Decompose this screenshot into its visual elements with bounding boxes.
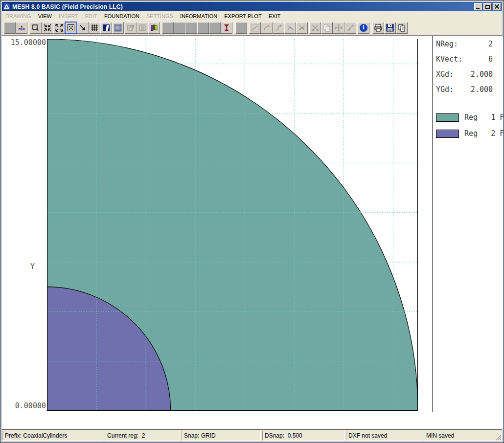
- draw-tool-4-button: [284, 22, 296, 34]
- y-axis-title: Y: [30, 262, 35, 271]
- save-button[interactable]: [384, 22, 396, 34]
- status-prefix: Prefix: CoaxialCylinders: [2, 431, 103, 441]
- blank-slot-button: [162, 22, 174, 34]
- app-window: MESH 8.0 BASIC (Field Precision LLC) DRA…: [0, 0, 504, 443]
- menu-exit[interactable]: EXIT: [265, 12, 284, 20]
- toolbar: ▲ MIN: [2, 21, 502, 35]
- expand-view-icon: [55, 24, 63, 32]
- panel-separator: [432, 36, 433, 412]
- move-button: [333, 22, 344, 34]
- region-fill-icon: [102, 24, 110, 32]
- info-row-kvect: KVect: 6: [436, 55, 501, 64]
- minimize-icon: [476, 4, 481, 9]
- blank-slot-button: [4, 22, 16, 34]
- edit-pointer-icon: [346, 24, 354, 32]
- menu-settings: SETTINGS: [143, 12, 177, 20]
- zoom-in-button[interactable]: [42, 22, 53, 34]
- copy-icon: [323, 24, 331, 32]
- pan-button[interactable]: [77, 22, 89, 34]
- maximize-icon: [485, 4, 490, 9]
- legend-row-reg1: Reg 1 F: [436, 113, 504, 122]
- reg2-color-swatch: [436, 130, 459, 138]
- info-row-xgd: XGd: 2.000: [436, 70, 501, 79]
- mesh-view-button[interactable]: [112, 22, 124, 34]
- info-button[interactable]: i: [358, 22, 369, 34]
- boundary-view-button: [137, 22, 148, 34]
- reg1-label: Reg 1 F: [464, 113, 504, 122]
- resize-grip[interactable]: [495, 434, 502, 441]
- plot-settings-icon: [127, 24, 135, 32]
- status-snap: Snap: GRID: [182, 431, 261, 441]
- blank-slot-button: [197, 22, 209, 34]
- minimize-button[interactable]: [474, 3, 482, 10]
- maximize-button[interactable]: [483, 3, 492, 10]
- status-dsnap: DSnap: 0.500: [262, 431, 344, 441]
- blank-slot-button: [185, 22, 197, 34]
- blank-slot-button: [174, 22, 185, 34]
- region-fill-toggle-button[interactable]: [100, 22, 112, 34]
- copy-pages-icon: [398, 24, 406, 32]
- status-dxf: DXF not saved: [346, 431, 422, 441]
- y-axis-min-label: 0.00000: [9, 401, 46, 410]
- min-icon: ▲ MIN: [19, 25, 25, 31]
- draw-tool-3-button: [273, 22, 284, 34]
- status-min-saved: MIN saved: [424, 431, 502, 441]
- nreg-value: 2: [464, 40, 493, 48]
- draw-tool-5-button: [296, 22, 308, 34]
- reg1-color-swatch: [436, 113, 459, 122]
- title-bar[interactable]: MESH 8.0 BASIC (Field Precision LLC): [2, 2, 502, 11]
- zoom-window-icon: [32, 24, 40, 32]
- menu-bar: DRAWING VIEW INSERT EDIT FOUNDATION SETT…: [2, 11, 502, 21]
- menu-insert: INSERT: [55, 12, 82, 20]
- menu-foundation[interactable]: FOUNDATION: [101, 12, 143, 20]
- blank-slot-button: [209, 22, 221, 34]
- close-button[interactable]: [493, 3, 501, 10]
- move-cross-icon: [335, 24, 343, 32]
- zoom-in-icon: [44, 24, 51, 32]
- grid-toggle-button[interactable]: [89, 22, 100, 34]
- menu-drawing: DRAWING: [2, 12, 35, 20]
- save-floppy-icon: [386, 24, 394, 32]
- grid-icon: [91, 24, 98, 32]
- region-colors-button[interactable]: [148, 22, 160, 34]
- drawing-area[interactable]: 15.00000 0.00000 Y NReg: 2 KVect: 6 XGd:…: [2, 35, 503, 430]
- legend-row-reg2: Reg 2 F: [436, 129, 504, 138]
- y-axis-max-label: 15.00000: [9, 38, 46, 47]
- info-icon: i: [360, 24, 367, 32]
- draw-tangent-icon: [286, 24, 294, 32]
- menu-export-plot[interactable]: EXPORT PLOT: [221, 12, 265, 20]
- stop-button[interactable]: [221, 22, 232, 34]
- menu-edit: EDIT: [82, 12, 101, 20]
- mesh-fine-grid-icon: [114, 24, 122, 32]
- region-legend: Reg 1 F Reg 2 F: [436, 113, 504, 145]
- info-row-nreg: NReg: 2: [436, 40, 501, 48]
- region-colors-icon: [150, 24, 158, 32]
- menu-information[interactable]: INFORMATION: [177, 12, 221, 20]
- menu-view[interactable]: VIEW: [35, 12, 55, 20]
- mesh-plot-canvas[interactable]: [47, 39, 418, 411]
- expand-view-button[interactable]: [53, 22, 65, 34]
- reg2-label: Reg 2 F: [464, 129, 504, 138]
- print-button[interactable]: [372, 22, 384, 34]
- window-title: MESH 8.0 BASIC (Field Precision LLC): [12, 3, 473, 10]
- draw-tool-1-button: [249, 22, 261, 34]
- cut-scissors-icon: [311, 24, 319, 32]
- min-limits-button[interactable]: ▲ MIN: [16, 22, 27, 34]
- close-icon: [495, 4, 499, 9]
- info-row-ygd: YGd: 2.000: [436, 85, 501, 94]
- edit-point-button: [344, 22, 356, 34]
- global-view-icon: [67, 24, 75, 32]
- status-current-reg: Current reg: 2: [105, 431, 180, 441]
- boundary-icon: [138, 24, 146, 32]
- draw-line-icon: [251, 24, 259, 32]
- copy-clipboard-button[interactable]: [396, 22, 408, 34]
- copy-button: [321, 22, 333, 34]
- ygd-value: 2.000: [464, 85, 493, 94]
- cut-button: [309, 22, 321, 34]
- zoom-window-button[interactable]: [30, 22, 42, 34]
- draw-curve-icon: [275, 24, 282, 32]
- xgd-value: 2.000: [464, 70, 493, 79]
- printer-icon: [374, 24, 382, 32]
- plot-settings-button: [125, 22, 137, 34]
- global-view-button[interactable]: [65, 22, 77, 34]
